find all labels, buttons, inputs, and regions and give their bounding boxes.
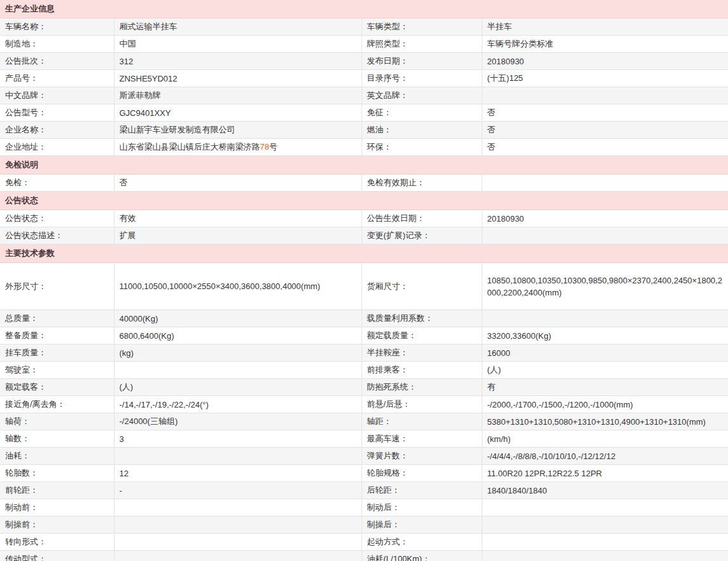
field-value: ZNSHE5YD012	[114, 70, 361, 87]
field-value: 20180930	[482, 210, 728, 227]
table-row: 公告状态描述：扩展变更(扩展)记录：	[0, 227, 728, 245]
field-value: (km/h)	[482, 430, 728, 448]
field-label: 公告批次：	[0, 53, 114, 70]
table-row: 额定载客：(人)防抱死系统：有	[0, 379, 728, 396]
field-label: 轮胎数：	[0, 465, 114, 482]
field-label: 轮胎规格：	[361, 465, 482, 482]
field-label: 外形尺寸：	[0, 263, 114, 310]
field-value	[482, 534, 728, 551]
field-label: 挂车质量：	[0, 344, 114, 362]
table-row: 整备质量：6800,6400(Kg)额定载质量：33200,33600(Kg)	[0, 327, 728, 344]
field-label: 产品号：	[0, 70, 114, 87]
field-label: 免检有效期止：	[361, 174, 482, 192]
table-row: 制动前：制动后：	[0, 499, 728, 516]
field-value: 11.00R20 12PR,12R22.5 12PR	[482, 465, 728, 482]
field-label: 制操后：	[361, 516, 482, 534]
field-value: 车辆号牌分类标准	[482, 36, 728, 53]
field-value: -/14,-/17,-/19,-/22,-/24(°)	[114, 396, 361, 413]
field-label: 弹簧片数：	[361, 448, 482, 465]
table-row: 前轮距：-后轮距：1840/1840/1840	[0, 482, 728, 499]
field-label: 货厢尺寸：	[361, 263, 482, 310]
table-row: 公告批次：312发布日期：20180930	[0, 53, 728, 70]
field-value	[482, 499, 728, 516]
table-row: 转向形式：起动方式：	[0, 534, 728, 551]
field-label: 轴数：	[0, 430, 114, 448]
field-label: 半挂鞍座：	[361, 344, 482, 362]
field-label: 企业名称：	[0, 122, 114, 139]
field-label: 中文品牌：	[0, 87, 114, 104]
field-value: 中国	[114, 36, 361, 53]
table-row: 车辆名称：厢式运输半挂车车辆类型：半挂车	[0, 18, 728, 36]
field-label: 前排乘客：	[361, 362, 482, 379]
field-label: 起动方式：	[361, 534, 482, 551]
field-label: 载质量利用系数：	[361, 310, 482, 327]
section-table-production-enterprise-info: 车辆名称：厢式运输半挂车车辆类型：半挂车制造地：中国牌照类型：车辆号牌分类标准公…	[0, 18, 728, 156]
highlighted-text: 78	[260, 142, 269, 152]
field-value: 16000	[482, 344, 728, 362]
field-label: 驾驶室：	[0, 362, 114, 379]
field-label: 整备质量：	[0, 327, 114, 344]
field-value: 山东省梁山县梁山镇后庄大桥南梁济路78号	[114, 139, 361, 156]
field-value: 否	[482, 139, 728, 156]
field-value: -/4/4/4,-/8/8/8,-/10/10/10,-/12/12/12	[482, 448, 728, 465]
field-label: 前悬/后悬：	[361, 396, 482, 413]
field-label: 英文品牌：	[361, 87, 482, 104]
field-value: 11000,10500,10000×2550×3400,3600,3800,40…	[114, 263, 361, 310]
table-row: 公告状态：有效公告生效日期：20180930	[0, 210, 728, 227]
field-label: 免检：	[0, 174, 114, 192]
field-label: 总质量：	[0, 310, 114, 327]
field-value: 1840/1840/1840	[482, 482, 728, 499]
field-label: 免征：	[361, 104, 482, 122]
section-table-announcement-status: 公告状态：有效公告生效日期：20180930公告状态描述：扩展变更(扩展)记录：	[0, 210, 728, 245]
field-label: 油耗(L/100Km)：	[361, 551, 482, 561]
table-row: 油耗：弹簧片数：-/4/4/4,-/8/8/8,-/10/10/10,-/12/…	[0, 448, 728, 465]
table-row: 驾驶室：前排乘客：(人)	[0, 362, 728, 379]
field-value: 否	[482, 104, 728, 122]
text-segment: 山东省梁山县梁山镇后庄大桥南梁济路	[120, 142, 260, 152]
field-label: 最高车速：	[361, 430, 482, 448]
table-row: 总质量：40000(Kg)载质量利用系数：	[0, 310, 728, 327]
field-value	[114, 534, 361, 551]
table-row: 产品号：ZNSHE5YD012目录序号：(十五)125	[0, 70, 728, 87]
table-row: 传动型式：油耗(L/100Km)：	[0, 551, 728, 561]
field-value: 5380+1310+1310,5080+1310+1310,4900+1310+…	[482, 413, 728, 430]
field-value: 312	[114, 53, 361, 70]
table-row: 轴数：3最高车速：(km/h)	[0, 430, 728, 448]
field-label: 企业地址：	[0, 139, 114, 156]
table-row: 外形尺寸：11000,10500,10000×2550×3400,3600,38…	[0, 263, 728, 310]
field-value: 有效	[114, 210, 361, 227]
field-value	[482, 227, 728, 245]
field-label: 制操前：	[0, 516, 114, 534]
field-label: 轴距：	[361, 413, 482, 430]
field-value: (人)	[114, 379, 361, 396]
field-label: 公告型号：	[0, 104, 114, 122]
field-label: 燃油：	[361, 122, 482, 139]
field-value: 扩展	[114, 227, 361, 245]
field-value	[114, 499, 361, 516]
field-label: 发布日期：	[361, 53, 482, 70]
field-value	[482, 551, 728, 561]
field-label: 转向形式：	[0, 534, 114, 551]
table-row: 制造地：中国牌照类型：车辆号牌分类标准	[0, 36, 728, 53]
field-label: 传动型式：	[0, 551, 114, 561]
field-value: 半挂车	[482, 18, 728, 36]
table-row: 公告型号：GJC9401XXY免征：否	[0, 104, 728, 122]
field-value: (人)	[482, 362, 728, 379]
field-label: 目录序号：	[361, 70, 482, 87]
table-row: 制操前：制操后：	[0, 516, 728, 534]
field-value	[482, 87, 728, 104]
table-row: 企业名称：梁山新宇车业研发制造有限公司燃油：否	[0, 122, 728, 139]
field-value: -/2000,-/1700,-/1500,-/1200,-/1000(mm)	[482, 396, 728, 413]
section-header-production-enterprise-info: 生产企业信息	[0, 0, 728, 18]
section-header-exemption-inspection: 免检说明	[0, 156, 728, 174]
field-value	[482, 516, 728, 534]
field-label: 前轮距：	[0, 482, 114, 499]
field-value: -/24000(三轴组)	[114, 413, 361, 430]
field-value	[114, 362, 361, 379]
field-label: 制动前：	[0, 499, 114, 516]
field-value: 33200,33600(Kg)	[482, 327, 728, 344]
vehicle-info-page: 生产企业信息车辆名称：厢式运输半挂车车辆类型：半挂车制造地：中国牌照类型：车辆号…	[0, 0, 728, 561]
field-label: 车辆类型：	[361, 18, 482, 36]
section-header-announcement-status: 公告状态	[0, 192, 728, 210]
section-table-main-technical-params: 外形尺寸：11000,10500,10000×2550×3400,3600,38…	[0, 263, 728, 561]
